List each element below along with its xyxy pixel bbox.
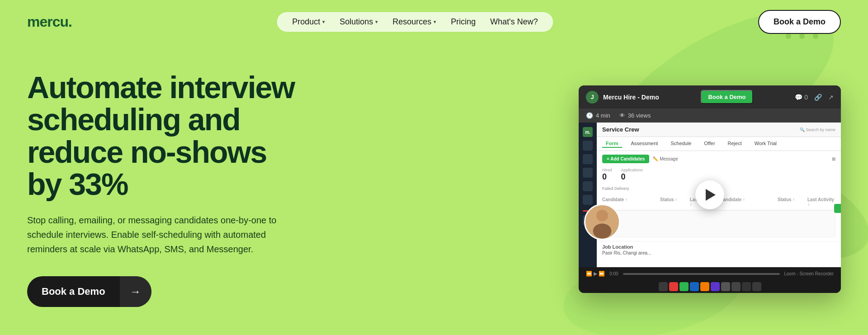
cta-label: Book a Demo [27, 277, 120, 307]
video-controls: ⏪ ▶ ⏩ [586, 271, 605, 277]
sidebar-icon-5 [583, 195, 593, 205]
play-icon [706, 189, 716, 201]
video-topbar: J Mercu Hire - Demo Book a Demo 💬 0 🔗 ↗ [579, 85, 841, 109]
app-screenshot: m. Service Crew � [579, 123, 841, 267]
hero-right: J Mercu Hire - Demo Book a Demo 💬 0 🔗 ↗ … [335, 85, 841, 293]
app-toolbar: + Add Candidates ✏️ Message ⊞ [602, 155, 835, 163]
video-topbar-left: J Mercu Hire - Demo [586, 91, 659, 104]
hero-subtitle: Stop calling, emailing, or messaging can… [27, 213, 289, 256]
hero-title: Automate interview scheduling and reduce… [27, 71, 307, 201]
video-progress-bar[interactable] [623, 273, 780, 275]
app-stats: Hired 0 Applications 0 [602, 168, 835, 182]
col-candidate-2: Candidate ↑ [720, 197, 776, 207]
nav-item-solutions[interactable]: Solutions ▾ [340, 17, 378, 27]
tab-work-trial[interactable]: Work Trial [751, 140, 780, 148]
chevron-down-icon: ▾ [434, 19, 436, 25]
tab-reject[interactable]: Reject [724, 140, 745, 148]
sidebar-icon-3 [583, 168, 593, 178]
external-link-icon: ↗ [828, 94, 834, 101]
tab-offer[interactable]: Offer [700, 140, 718, 148]
job-location-title: Job Location [602, 244, 835, 250]
col-status-1: Status ↑ [660, 197, 688, 207]
comment-icon: 💬 0 [795, 94, 808, 101]
col-last-activity-2: Last Activity ↑ [807, 197, 835, 207]
chevron-down-icon: ▾ [375, 19, 378, 25]
video-bottom-bar: ⏪ ▶ ⏩ 0:00 Loom - Screen Recorder [579, 267, 841, 280]
chevron-down-icon: ▾ [322, 19, 325, 25]
sidebar-icon-4 [583, 181, 593, 191]
taskbar-icon-5 [700, 282, 709, 291]
stat-hired: Hired 0 [602, 168, 612, 182]
job-location-section: Job Location Pasir Ris, Changi area... [597, 241, 841, 258]
sidebar-icon-1 [583, 141, 593, 151]
video-views: 👁 36 views [619, 112, 651, 119]
add-candidates-button[interactable]: + Add Candidates [602, 155, 649, 163]
stat-applications: Applications 0 [621, 168, 643, 182]
nav-book-demo-button[interactable]: Book a Demo [758, 10, 841, 34]
nav-menu: Product ▾ Solutions ▾ Resources ▾ Pricin… [277, 12, 553, 32]
clock-icon: 🕐 [586, 112, 593, 119]
taskbar-icon-1 [659, 282, 668, 291]
app-tabs: Form Assessment Schedule Offer Reject Wo… [597, 137, 841, 151]
video-title: Mercu Hire - Demo [603, 94, 659, 101]
table-empty-state [602, 210, 835, 237]
tab-form[interactable]: Form [602, 140, 622, 148]
app-header-search: 🔍 Search by name [800, 127, 835, 132]
logo: mercu. [27, 14, 72, 30]
nav-item-pricing[interactable]: Pricing [451, 17, 476, 27]
video-caption: Loom - Screen Recorder [784, 271, 834, 276]
sidebar-icon-2 [583, 154, 593, 164]
taskbar [579, 280, 841, 293]
svg-point-7 [596, 210, 608, 222]
taskbar-icon-10 [752, 282, 761, 291]
filter-icon: ⊞ [832, 156, 835, 161]
taskbar-icon-8 [731, 282, 741, 291]
taskbar-icon-6 [711, 282, 720, 291]
video-avatar: J [586, 91, 599, 104]
hero-left: Automate interview scheduling and reduce… [27, 71, 307, 307]
nav-item-resources[interactable]: Resources ▾ [392, 17, 436, 27]
hero-section: Automate interview scheduling and reduce… [0, 43, 868, 335]
page-wrapper: mercu. Product ▾ Solutions ▾ Resources ▾… [0, 0, 868, 335]
edit-icon: ✏️ Message [653, 156, 678, 161]
link-icon: 🔗 [814, 94, 822, 101]
video-topbar-icons: 💬 0 🔗 ↗ [795, 94, 834, 101]
eye-icon: 👁 [619, 112, 625, 119]
taskbar-icon-4 [690, 282, 699, 291]
app-header: Service Crew 🔍 Search by name [597, 123, 841, 137]
job-location-value: Pasir Ris, Changi area... [602, 250, 835, 255]
tab-assessment[interactable]: Assessment [627, 140, 662, 148]
taskbar-icon-3 [679, 282, 689, 291]
video-time: 0:00 [609, 271, 618, 276]
col-status-2: Status ↑ [778, 197, 806, 207]
hero-cta-button[interactable]: Book a Demo → [27, 276, 151, 307]
taskbar-icon-7 [721, 282, 730, 291]
svg-point-8 [593, 223, 612, 238]
taskbar-icon-2 [669, 282, 678, 291]
nav-item-product[interactable]: Product ▾ [292, 17, 325, 27]
video-book-demo-button[interactable]: Book a Demo [701, 90, 753, 104]
video-duration: 🕐 4 min [586, 112, 610, 119]
video-meta: 🕐 4 min 👁 36 views [579, 109, 841, 123]
app-section-title: Service Crew [602, 126, 639, 133]
nav-item-whats-new[interactable]: What's New? [490, 17, 538, 27]
play-button[interactable] [695, 180, 724, 209]
app-logo: m. [583, 127, 593, 137]
person-thumbnail [584, 204, 620, 240]
app-sidebar: m. [579, 123, 597, 267]
taskbar-icon-9 [742, 282, 751, 291]
tab-schedule[interactable]: Schedule [667, 140, 695, 148]
demo-video[interactable]: J Mercu Hire - Demo Book a Demo 💬 0 🔗 ↗ … [579, 85, 841, 293]
green-status-dot [834, 204, 841, 213]
arrow-icon: → [120, 276, 151, 307]
navbar: mercu. Product ▾ Solutions ▾ Resources ▾… [0, 0, 868, 43]
